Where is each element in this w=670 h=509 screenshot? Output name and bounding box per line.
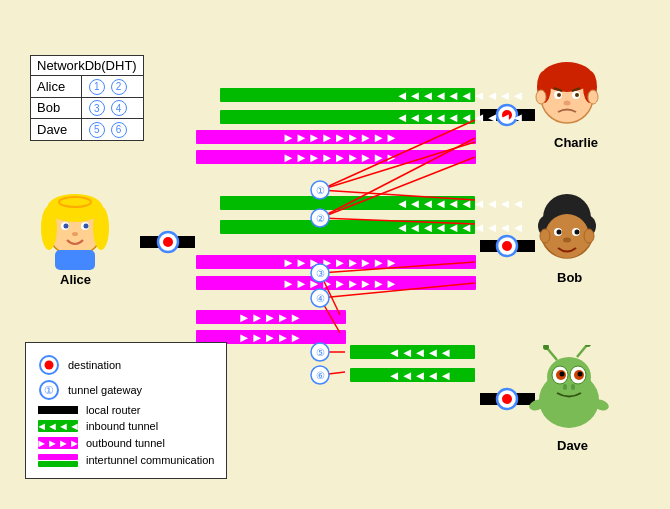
dave-num-5: 5: [89, 122, 105, 138]
legend-outbound-icon: ►►►►: [38, 436, 78, 450]
legend-intertunnel-icon: [38, 453, 78, 467]
legend-inbound-icon: ◄◄◄◄: [38, 419, 78, 433]
svg-rect-72: [38, 454, 78, 460]
svg-text:►►►►: ►►►►: [38, 437, 78, 449]
diag-num-2-circle: [311, 209, 329, 227]
bob-inbound-1: [220, 196, 475, 210]
legend-intertunnel-text: intertunnel communication: [86, 454, 214, 466]
svg-text:◄◄◄◄◄◄◄◄◄◄: ◄◄◄◄◄◄◄◄◄◄: [396, 88, 525, 103]
legend-outbound-text: outbound tunnel: [86, 437, 165, 449]
red-line-9: [320, 283, 475, 298]
table-bob-nums: 3 4: [81, 97, 143, 119]
bob-outbound-2: [196, 276, 476, 290]
svg-rect-73: [38, 461, 78, 467]
svg-point-60: [563, 384, 567, 390]
svg-point-45: [563, 238, 571, 243]
diag-num-4-circle: [311, 289, 329, 307]
diag-num-4-text: ④: [316, 293, 325, 304]
svg-point-15: [93, 206, 109, 250]
red-line-4: [320, 138, 475, 218]
svg-point-61: [571, 384, 575, 390]
svg-point-14: [41, 206, 57, 250]
red-line-1: [320, 120, 475, 190]
legend-box: destination ① tunnel gateway local route…: [25, 342, 227, 479]
charlie-outbound-2: [196, 150, 476, 164]
bob-inbound-2: [220, 220, 475, 234]
dave-dest-outer: [497, 389, 517, 409]
legend-gateway: ① tunnel gateway: [38, 379, 214, 401]
diag-num-5-text: ⑤: [316, 347, 325, 358]
charlie-outbound-1: [196, 130, 476, 144]
dave-inbound-1: [350, 345, 475, 359]
table-alice-name: Alice: [31, 76, 82, 98]
table-bob-name: Bob: [31, 97, 82, 119]
diag-num-1-circle: [311, 181, 329, 199]
svg-text:◄◄◄◄: ◄◄◄◄: [38, 420, 78, 432]
svg-text:◄◄◄◄◄: ◄◄◄◄◄: [388, 368, 452, 383]
svg-text:►►►►►►►►►: ►►►►►►►►►: [282, 150, 398, 165]
legend-gateway-text: tunnel gateway: [68, 384, 142, 396]
svg-text:►►►►►►►►►: ►►►►►►►►►: [282, 255, 398, 270]
dave-character: [527, 345, 612, 439]
alice-label: Alice: [60, 272, 91, 287]
svg-point-46: [540, 229, 550, 243]
svg-text:►►►►►: ►►►►►: [238, 310, 302, 325]
charlie-character: [530, 55, 605, 139]
bob-label: Bob: [557, 270, 582, 285]
svg-point-43: [557, 230, 562, 235]
red-line-2: [320, 142, 475, 190]
svg-point-29: [557, 93, 561, 97]
alice-dest-outer: [158, 232, 178, 252]
svg-rect-22: [55, 250, 95, 270]
svg-point-44: [575, 230, 580, 235]
table-alice-nums: 1 2: [81, 76, 143, 98]
svg-point-47: [584, 229, 594, 243]
svg-text:►►►►►►►►►: ►►►►►►►►►: [282, 130, 398, 145]
diag-num-3-text: ③: [316, 268, 325, 279]
alice-num-2: 2: [111, 79, 127, 95]
svg-point-58: [560, 372, 565, 377]
alice-dest-inner: [163, 237, 173, 247]
charlie-inbound-2: [220, 110, 475, 124]
table-header: NetworkDb(DHT): [31, 56, 144, 76]
bob-outbound-1: [196, 255, 476, 269]
charlie-router: [480, 109, 535, 121]
svg-text:◄◄◄◄◄◄◄◄◄◄: ◄◄◄◄◄◄◄◄◄◄: [396, 220, 525, 235]
dave-num-6: 6: [111, 122, 127, 138]
alice-character: [35, 190, 115, 274]
dave-dest-inner: [502, 394, 512, 404]
red-line-10: [320, 298, 340, 333]
svg-line-48: [547, 348, 557, 360]
legend-router: local router: [38, 404, 214, 416]
diag-num-1-text: ①: [316, 185, 325, 196]
legend-intertunnel: intertunnel communication: [38, 453, 214, 467]
legend-dest-icon: [38, 354, 60, 376]
bob-dest-outer: [497, 236, 517, 256]
table-dave-name: Dave: [31, 119, 82, 141]
red-line-3: [320, 190, 475, 200]
charlie-dest-outer: [497, 105, 517, 125]
svg-point-34: [536, 90, 546, 104]
svg-point-19: [84, 224, 89, 229]
legend-router-icon: [38, 406, 78, 414]
svg-point-20: [72, 232, 78, 236]
diag-num-6-circle: [311, 366, 329, 384]
legend-destination: destination: [38, 354, 214, 376]
svg-point-18: [64, 224, 69, 229]
svg-text:◄◄◄◄◄: ◄◄◄◄◄: [388, 345, 452, 360]
charlie-inbound-1: [220, 88, 475, 102]
red-line-7: [320, 262, 475, 273]
dave-label: Dave: [557, 438, 588, 453]
red-line-6: [320, 218, 475, 224]
charlie-label: Charlie: [554, 135, 598, 150]
diag-num-3-circle: [311, 264, 329, 282]
bob-dest-inner: [502, 241, 512, 251]
legend-inbound-text: inbound tunnel: [86, 420, 158, 432]
bob-router: [480, 240, 535, 252]
svg-text:◄◄◄◄◄◄◄◄◄◄: ◄◄◄◄◄◄◄◄◄◄: [396, 196, 525, 211]
alice-router: [140, 236, 195, 248]
diag-num-6-text: ⑥: [316, 370, 325, 381]
svg-point-59: [578, 372, 583, 377]
svg-point-35: [588, 90, 598, 104]
red-line-8: [320, 273, 340, 315]
